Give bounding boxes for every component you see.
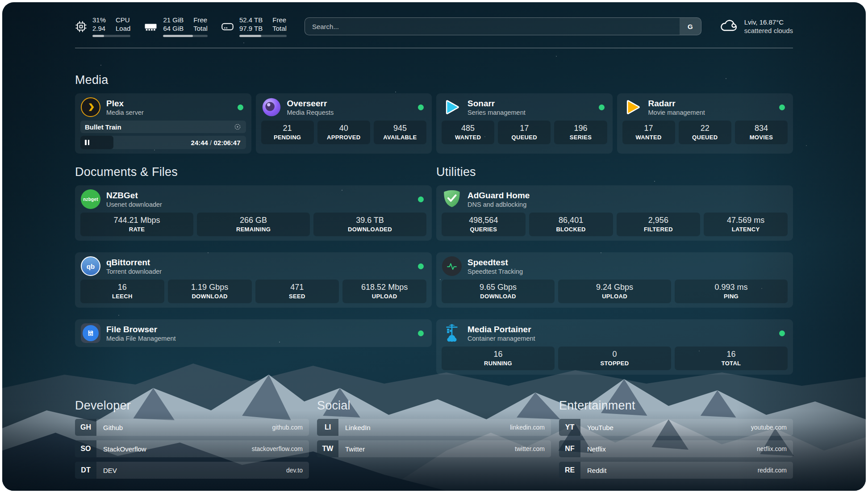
bookmark-abbr: SO (75, 440, 96, 457)
disk-progress-bar (239, 35, 287, 37)
stat-label: FILTERED (618, 226, 700, 233)
bookmark-twitter[interactable]: TWTwittertwitter.com (317, 440, 551, 457)
bookmark-url: dev.to (286, 467, 309, 474)
stat-box-movies: 834MOVIES (735, 121, 788, 144)
card-header: RadarrMovie management (622, 97, 788, 117)
search-input[interactable] (305, 18, 680, 35)
bookmark-name: Twitter (338, 445, 365, 453)
service-card-qbittorrent[interactable]: qbqBittorrentTorrent downloader16LEECH1.… (75, 252, 432, 308)
stat-label: TOTAL (676, 359, 787, 367)
service-title: Radarr (648, 98, 705, 109)
view-toggle-icon[interactable] (234, 123, 242, 131)
status-dot (418, 330, 424, 336)
resource-stats: 31%2.94CPULoad21 GiB64 GiBFreeTotal52.4 … (75, 16, 287, 37)
service-card-sonarr[interactable]: SonarrSeries management485WANTED17QUEUED… (436, 93, 613, 154)
overseerr-icon (261, 97, 282, 117)
status-dot (418, 196, 424, 202)
bookmark-youtube[interactable]: YTYouTubeyoutube.com (559, 419, 793, 436)
stat-value: 40 (318, 123, 369, 133)
bookmark-dev[interactable]: DTDEVdev.to (75, 462, 309, 479)
card-stats-row: 16RUNNING0STOPPED16TOTAL (442, 347, 788, 370)
card-stats-row: 17WANTED22QUEUED834MOVIES (622, 121, 788, 144)
service-card-adguard-home[interactable]: AdGuard HomeDNS and adblocking498,564QUE… (436, 185, 793, 241)
status-dot (418, 263, 424, 269)
stat-value-line: 64 GiB (163, 24, 184, 33)
stat-label: STOPPED (559, 359, 670, 367)
stat-box-seed: 471SEED (255, 280, 339, 303)
section-title-documents-files: Documents & Files (75, 165, 432, 179)
service-card-nzbget[interactable]: nzbgetNZBGetUsenet downloader744.21 Mbps… (75, 185, 432, 241)
snow-particles (2, 2, 3, 3)
service-card-speedtest[interactable]: SpeedtestSpeedtest Tracking9.65 GbpsDOWN… (436, 252, 793, 308)
stat-box-download: 1.19 GbpsDOWNLOAD (168, 280, 252, 303)
header-divider (75, 48, 793, 48)
stat-value-line: 31% (92, 16, 106, 24)
service-title: AdGuard Home (467, 190, 530, 201)
stat-label-line: Total (193, 24, 208, 33)
card-header: File BrowserMedia File Management (80, 323, 426, 343)
cpu-stat: 31%2.94CPULoad (75, 16, 130, 37)
service-subtitle: Media Requests (287, 109, 334, 117)
stat-box-running: 16RUNNING (442, 347, 555, 370)
stat-box-stopped: 0STOPPED (558, 347, 671, 370)
stat-label: SEED (256, 292, 338, 300)
stat-label: AVAILABLE (375, 134, 426, 141)
bookmark-reddit[interactable]: RERedditreddit.com (559, 462, 793, 479)
dashboard-window: 31%2.94CPULoad21 GiB64 GiBFreeTotal52.4 … (2, 2, 866, 491)
bookmark-name: YouTube (580, 424, 613, 431)
bookmark-linkedin[interactable]: LILinkedInlinkedin.com (317, 419, 551, 436)
stat-label: PING (676, 292, 787, 300)
bookmark-netflix[interactable]: NFNetflixnetflix.com (559, 440, 793, 457)
service-card-file-browser[interactable]: File BrowserMedia File Management (75, 319, 432, 347)
service-card-radarr[interactable]: RadarrMovie management17WANTED22QUEUED83… (617, 93, 793, 154)
stat-label: REMAINING (198, 226, 309, 233)
now-playing-row: Bullet Train (80, 121, 246, 133)
bookmark-group-developer: DeveloperGHGithubgithub.comSOStackOverfl… (75, 399, 309, 479)
stat-values: 31%2.94 (92, 16, 106, 33)
stat-value: 39.6 TB (314, 215, 426, 225)
sonarr-icon (442, 97, 462, 117)
stat-box-series: 196SERIES (554, 121, 607, 144)
section-title-developer: Developer (75, 399, 309, 413)
portainer-icon (442, 323, 462, 343)
stat-label: QUEUED (680, 134, 730, 141)
stat-value: 834 (736, 123, 787, 133)
service-card-media-portainer[interactable]: Media PortainerContainer management16RUN… (436, 319, 793, 375)
section-title-media: Media (75, 73, 793, 87)
bookmark-group-social: SocialLILinkedInlinkedin.comTWTwittertwi… (317, 399, 551, 479)
bookmark-name: DEV (96, 467, 117, 474)
service-card-plex[interactable]: PlexMedia serverBullet Train24:44 / 02:0… (75, 93, 251, 154)
card-stats-row: 485WANTED17QUEUED196SERIES (442, 121, 607, 144)
pause-icon (85, 140, 89, 145)
bookmark-stackoverflow[interactable]: SOStackOverflowstackoverflow.com (75, 440, 309, 457)
service-title: Media Portainer (467, 324, 535, 334)
service-card-overseerr[interactable]: OverseerrMedia Requests21PENDING40APPROV… (256, 93, 432, 154)
stat-label: PENDING (262, 134, 313, 141)
bookmark-url: youtube.com (751, 424, 793, 431)
card-header: Media PortainerContainer management (442, 323, 788, 343)
service-subtitle: Movie management (648, 109, 705, 117)
service-subtitle: Media server (106, 109, 144, 117)
status-dot (779, 330, 785, 336)
memory-stat: 21 GiB64 GiBFreeTotal (144, 16, 208, 37)
stat-box-total: 16TOTAL (675, 347, 788, 370)
service-subtitle: Media File Management (106, 334, 176, 343)
cpu-progress-bar (92, 35, 130, 37)
stat-box-latency: 47.569 msLATENCY (704, 213, 788, 236)
time-total: 02:06:47 (213, 139, 240, 146)
progress-fill (163, 35, 193, 37)
plex-icon (80, 97, 101, 117)
stat-labels: FreeTotal (272, 16, 287, 33)
search-provider-button[interactable]: G (680, 18, 701, 35)
status-dot (418, 104, 424, 110)
stat-box-queued: 22QUEUED (679, 121, 731, 144)
bookmark-url: reddit.com (758, 467, 793, 474)
bookmark-github[interactable]: GHGithubgithub.com (75, 419, 309, 436)
service-subtitle: DNS and adblocking (467, 201, 530, 209)
stat-value: 86,401 (530, 215, 612, 225)
weather-condition: scattered clouds (744, 26, 793, 35)
stat-box-rate: 744.21 MbpsRATE (80, 213, 193, 236)
stat-value: 196 (555, 123, 606, 133)
bookmark-abbr: GH (75, 419, 96, 436)
stat-label: RUNNING (442, 359, 554, 367)
